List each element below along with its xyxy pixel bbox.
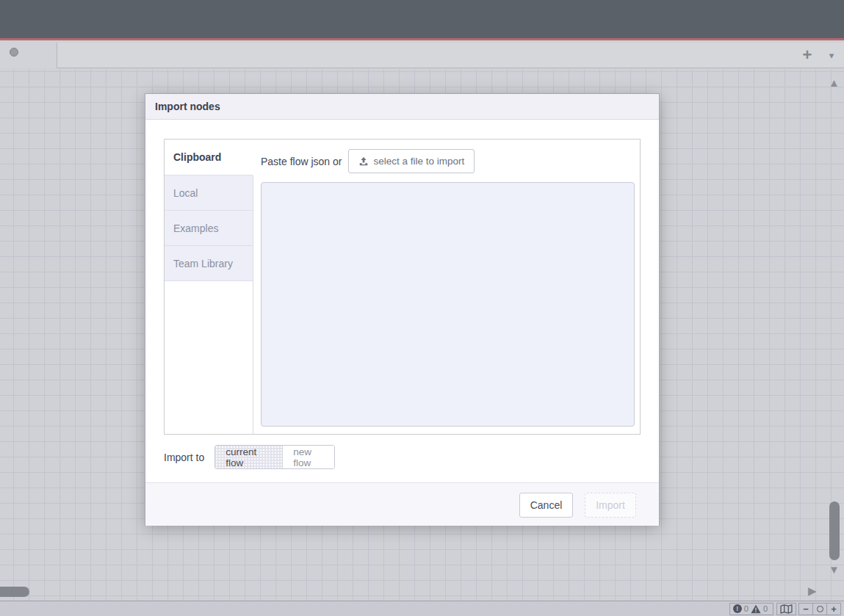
status-bar: ! 0 0 − (0, 601, 844, 616)
warning-count: 0 (763, 604, 768, 613)
workspace-tab[interactable] (0, 43, 57, 68)
select-file-label: select a file to import (374, 156, 465, 167)
import-content-box: Clipboard Local Examples Team Library Pa… (164, 139, 641, 435)
paste-row: Paste flow json or select a file to impo… (261, 149, 633, 173)
import-to-row: Import to current flow new flow (164, 445, 335, 469)
import-button[interactable]: Import (585, 493, 636, 518)
workspace-tab-status-icon (10, 48, 18, 57)
node-red-app: + ▾ ▲ ▼ ▶ ! 0 0 (0, 0, 844, 616)
select-file-button[interactable]: select a file to import (348, 149, 475, 173)
zoom-out-button[interactable]: − (798, 603, 813, 615)
upload-icon (358, 156, 369, 167)
paste-prompt-label: Paste flow json or (261, 156, 342, 167)
tab-examples[interactable]: Examples (165, 211, 253, 246)
tab-local[interactable]: Local (165, 175, 253, 211)
dialog-title: Import nodes (155, 101, 220, 112)
flow-json-textarea[interactable] (261, 182, 635, 427)
scroll-down-icon[interactable]: ▼ (829, 564, 840, 575)
workspace-tabbar: + ▾ (0, 43, 844, 68)
zoom-controls: − + (799, 603, 841, 615)
import-to-new-flow-button[interactable]: new flow (282, 446, 334, 468)
error-icon: ! (733, 604, 742, 613)
vertical-scrollbar-thumb[interactable] (829, 501, 840, 560)
dialog-header: Import nodes (145, 94, 659, 120)
error-count: 0 (744, 604, 749, 613)
import-to-current-flow-button[interactable]: current flow (215, 446, 282, 468)
tab-clipboard[interactable]: Clipboard (165, 139, 253, 175)
warning-icon (751, 604, 761, 614)
zoom-reset-icon (817, 606, 823, 612)
notifications-counter[interactable]: ! 0 0 (729, 603, 773, 615)
tab-column-filler (165, 281, 253, 434)
scroll-up-icon[interactable]: ▲ (829, 77, 840, 88)
import-target-toggle: current flow new flow (214, 445, 335, 469)
scroll-right-icon[interactable]: ▶ (808, 585, 817, 596)
flow-list-caret-icon[interactable]: ▾ (821, 43, 842, 68)
clipboard-pane: Paste flow json or select a file to impo… (254, 139, 640, 434)
tab-team-library[interactable]: Team Library (165, 246, 253, 281)
import-to-label: Import to (164, 452, 204, 463)
import-source-tabs: Clipboard Local Examples Team Library (165, 139, 253, 434)
horizontal-scrollbar-thumb[interactable] (0, 587, 29, 597)
import-nodes-dialog: Import nodes Clipboard Local Examples Te… (145, 93, 660, 526)
navigator-toggle-button[interactable] (776, 603, 796, 615)
map-icon (780, 604, 793, 614)
zoom-reset-button[interactable] (812, 603, 827, 615)
zoom-in-button[interactable]: + (826, 603, 841, 615)
add-flow-button[interactable]: + (796, 43, 819, 68)
dialog-footer: Cancel Import (145, 482, 659, 526)
app-header (0, 0, 844, 40)
cancel-button[interactable]: Cancel (519, 493, 573, 518)
